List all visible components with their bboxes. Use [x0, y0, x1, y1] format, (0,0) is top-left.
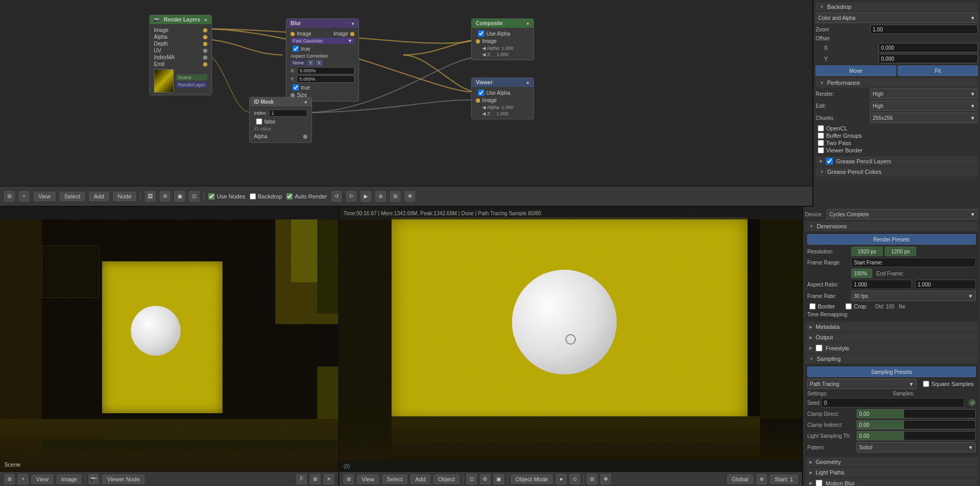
node-layout-icon[interactable]: ⊡ [189, 191, 199, 202]
vl-icon2[interactable]: + [18, 474, 28, 484]
node-composite-close[interactable]: ● [526, 20, 529, 26]
chunks-dropdown[interactable]: 256x256 ▼ [870, 113, 978, 123]
move-button[interactable]: Move [816, 65, 896, 76]
seed-random-btn[interactable]: ↺ [968, 399, 976, 406]
grease-pencil-colors-header[interactable]: ▼ Grease Pencil Colors [816, 167, 978, 176]
res-x-field[interactable]: 1920 px [851, 247, 883, 256]
auto-render-toggle[interactable]: Auto Render [286, 193, 327, 200]
socket-alpha-out[interactable] [203, 35, 207, 39]
node-blur-close[interactable]: ● [351, 20, 354, 26]
scene-select[interactable]: Scene [176, 74, 207, 81]
clamp-direct-field[interactable]: 0.00 [856, 409, 976, 418]
border-toggle[interactable]: Border [807, 303, 837, 310]
node-editor-icon[interactable]: ⊞ [4, 191, 15, 202]
sampling-presets-btn[interactable]: Sampling Presets [807, 367, 976, 377]
node-render-layers[interactable]: 📷 Render Layers ● Image Alpha Depth [149, 15, 212, 95]
socket-comp-image-in[interactable] [476, 39, 480, 43]
use-nodes-toggle[interactable]: Use Nodes [208, 193, 245, 200]
output-header[interactable]: ▶ Output [805, 333, 978, 342]
socket-depth-out[interactable] [203, 42, 207, 46]
pattern-dropdown[interactable]: Sobol ▼ [856, 442, 976, 452]
select-button[interactable]: Select [60, 192, 85, 201]
res-y-field[interactable]: 1200 px [885, 247, 916, 256]
composite-use-alpha[interactable]: Use Alpha [476, 30, 529, 37]
vl-image-btn[interactable]: Image [57, 474, 82, 484]
node-id-mask[interactable]: ID Mask ● Index: 1 false ID value Alpha [249, 97, 312, 143]
offset-y-value[interactable]: 0.000 [878, 54, 978, 63]
vr-icon8[interactable]: ⊕ [756, 474, 767, 484]
crop-toggle[interactable]: Crop [843, 303, 868, 310]
buffer-groups-toggle[interactable]: Buffer Groups [816, 132, 978, 139]
viewport-left[interactable]: Scene ⊞ + View Image 📷 Viewer Node F ⊞ ✕ [0, 207, 339, 486]
add-button[interactable]: Add [89, 192, 109, 201]
blur-y-value[interactable]: 5.000% [297, 75, 354, 83]
start-frame-field[interactable]: Start Frame: [851, 258, 976, 267]
toolbar-icon-refresh[interactable]: ↺ [331, 191, 342, 202]
viewport-right[interactable]: Time:00:16.67 | Mem:1342.68M, Peak:1342.… [339, 207, 802, 486]
square-samples-toggle[interactable]: Square Samples [921, 380, 976, 388]
metadata-header[interactable]: ▶ Metadata [805, 322, 978, 332]
viewer-border-toggle[interactable]: Viewer Border [816, 147, 978, 154]
id-mask-index[interactable]: 1 [269, 109, 307, 117]
aspect-y-field[interactable]: 1.000 [915, 280, 976, 289]
socket-uv-out[interactable] [203, 49, 207, 53]
clamp-indirect-field[interactable]: 0.00 [856, 420, 976, 429]
node-blur[interactable]: Blur ● Image Image Fast Gaussian ▼ [286, 18, 359, 102]
vl-view-btn[interactable]: View [31, 474, 53, 484]
blur-extend-check[interactable]: true [291, 84, 354, 91]
socket-image-out[interactable] [203, 28, 207, 32]
vr-icon1[interactable]: ⊡ [466, 474, 477, 484]
backdrop-header[interactable]: ▼ Backdrop [816, 2, 978, 12]
node-composite[interactable]: Composite ● Use Alpha Image ◀ Alpha: 1.0… [471, 18, 534, 60]
socket-emit-out[interactable] [203, 62, 207, 67]
socket-id-alpha-out[interactable] [303, 135, 307, 139]
motion-blur-header[interactable]: ▶ Motion Blur [805, 478, 978, 486]
vr-object-mode-btn[interactable]: Object Mode [511, 474, 553, 484]
node-viewer[interactable]: Viewer ● Use Alpha Image ◀ Alpha: 1.000 … [471, 78, 534, 119]
two-pass-toggle[interactable]: Two Pass [816, 139, 978, 147]
render-quality-dropdown[interactable]: High ▼ [870, 89, 978, 99]
vr-add-btn[interactable]: Add [410, 474, 430, 484]
toolbar-icon-render[interactable]: ▶ [361, 191, 371, 202]
socket-blur-image-out[interactable] [350, 32, 354, 36]
vr-icon5[interactable]: ⊙ [570, 474, 580, 484]
blur-y-btn[interactable]: Y [307, 60, 315, 66]
socket-viewer-image-in[interactable] [476, 98, 480, 103]
node-editor[interactable]: 📷 Render Layers ● Image Alpha Depth [0, 0, 812, 207]
vl-icon5[interactable]: ✕ [324, 474, 334, 484]
toolbar-icon-camera[interactable]: ↻ [346, 191, 357, 202]
frame-rate-dropdown[interactable]: 30 fps ▼ [851, 291, 976, 301]
vr-icon6[interactable]: ⊞ [587, 474, 597, 484]
light-paths-header[interactable]: ▶ Light Paths [805, 468, 978, 477]
view-button[interactable]: View [34, 192, 55, 201]
vr-global-btn[interactable]: Global [727, 474, 753, 484]
vl-viewer-node-btn[interactable]: Viewer Node [102, 474, 144, 484]
color-alpha-dropdown[interactable]: Color and Alpha ▼ [816, 13, 978, 23]
socket-blur-image-in[interactable] [291, 32, 295, 36]
blur-none-btn[interactable]: None [291, 60, 306, 66]
node-mode-icon[interactable]: ⚙ [160, 191, 170, 202]
device-dropdown[interactable]: Cycles Complete ▼ [827, 209, 978, 219]
edit-quality-dropdown[interactable]: High ▼ [870, 101, 978, 111]
vl-icon4[interactable]: ⊞ [310, 474, 320, 484]
node-show-icon[interactable]: ▣ [174, 191, 185, 202]
id-mask-anti-alias[interactable]: false [254, 118, 307, 125]
node-button[interactable]: Node [113, 192, 136, 201]
grease-pencil-layers-header[interactable]: ▶ Grease Pencil Layers [816, 156, 978, 166]
seed-field[interactable]: 0 [821, 398, 964, 407]
socket-indexma-out[interactable] [203, 56, 207, 60]
dimensions-header[interactable]: ▼ Dimensions [805, 222, 978, 231]
vl-f-icon[interactable]: F [296, 474, 307, 484]
performance-header[interactable]: ▼ Performance [816, 78, 978, 87]
vl-icon3[interactable]: 📷 [88, 474, 99, 484]
toolbar-icon-pan[interactable]: ✥ [405, 191, 415, 202]
freestyle-header[interactable]: ▶ Freestyle [805, 343, 978, 353]
node-header-icon2[interactable]: + [19, 191, 29, 202]
light-sampling-field[interactable]: 0.00 [856, 431, 976, 440]
node-close-icon[interactable]: ● [204, 17, 207, 23]
node-id-mask-close[interactable]: ● [304, 99, 307, 105]
node-type-icon[interactable]: 🖼 [145, 191, 155, 202]
blur-x-btn[interactable]: X [316, 60, 323, 66]
opencl-toggle[interactable]: OpenCL [816, 125, 978, 132]
vr-mode-icon[interactable]: ⊞ [343, 474, 354, 484]
